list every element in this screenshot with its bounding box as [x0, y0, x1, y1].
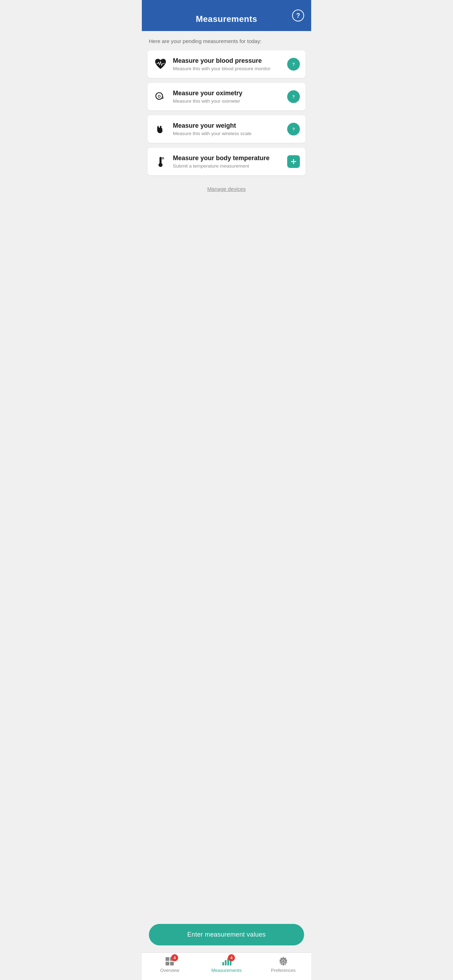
weight-title: Measure your weight: [173, 122, 282, 129]
svg-text:?: ?: [292, 127, 295, 131]
content-spacer: [148, 199, 305, 913]
svg-text:?: ?: [292, 94, 295, 99]
svg-text:O: O: [158, 95, 161, 99]
page-title: Measurements: [196, 14, 257, 24]
measurement-card-weight[interactable]: Measure your weight Measure this with yo…: [148, 115, 305, 143]
nav-item-overview[interactable]: 4 Overview: [156, 956, 184, 973]
svg-rect-20: [225, 960, 227, 966]
manage-devices-link-wrap: Manage devices: [148, 186, 305, 192]
svg-text:2: 2: [162, 96, 164, 99]
thermometer-icon: [153, 154, 168, 169]
blood-pressure-text: Measure your blood pressure Measure this…: [173, 57, 282, 71]
svg-point-10: [158, 163, 162, 167]
weight-text: Measure your weight Measure this with yo…: [173, 122, 282, 136]
nav-item-measurements[interactable]: 4 Measurements: [211, 956, 242, 973]
heart-pulse-icon: [153, 57, 168, 72]
svg-point-23: [282, 960, 285, 963]
blood-pressure-help-button[interactable]: ?: [287, 58, 300, 70]
header-help-button[interactable]: ?: [292, 10, 304, 22]
svg-point-11: [162, 158, 164, 159]
oximetry-title: Measure your oximetry: [173, 90, 282, 97]
gear-icon: [278, 956, 288, 966]
svg-rect-9: [159, 157, 162, 164]
measurements-icon: 4: [222, 956, 231, 966]
page-subtitle: Here are your pending measurements for t…: [148, 38, 305, 44]
nav-item-preferences[interactable]: Preferences: [269, 956, 297, 973]
svg-text:?: ?: [292, 62, 295, 66]
blood-pressure-title: Measure your blood pressure: [173, 57, 282, 65]
foot-icon: [153, 122, 168, 137]
measurements-label: Measurements: [211, 968, 242, 973]
overview-badge: 4: [171, 954, 178, 961]
bottom-navigation: 4 Overview 4 Measurements Preferences: [142, 953, 311, 980]
enter-measurement-button[interactable]: Enter measurement values: [149, 924, 304, 945]
measurement-card-oximetry[interactable]: O 2 Measure your oximetry Measure this w…: [148, 83, 305, 110]
measurement-card-temperature[interactable]: Measure your body temperature Submit a t…: [148, 148, 305, 175]
enter-button-wrap: Enter measurement values: [142, 920, 311, 953]
temperature-text: Measure your body temperature Submit a t…: [173, 154, 282, 169]
overview-icon: 4: [165, 956, 175, 966]
temperature-title: Measure your body temperature: [173, 154, 282, 162]
oximetry-help-button[interactable]: ?: [287, 90, 300, 103]
temperature-subtitle: Submit a temperature measurement: [173, 163, 282, 169]
app-header: Measurements ?: [142, 0, 311, 31]
temperature-add-button[interactable]: [287, 155, 300, 168]
oximetry-text: Measure your oximetry Measure this with …: [173, 90, 282, 104]
manage-devices-link[interactable]: Manage devices: [207, 186, 246, 192]
main-content: Here are your pending measurements for t…: [142, 31, 311, 920]
svg-rect-17: [165, 962, 169, 966]
svg-rect-18: [170, 962, 174, 966]
preferences-label: Preferences: [271, 968, 296, 973]
svg-rect-19: [222, 962, 224, 965]
oximeter-icon: O 2: [153, 89, 168, 104]
overview-label: Overview: [160, 968, 179, 973]
measurements-badge: 4: [228, 954, 235, 961]
weight-subtitle: Measure this with your wireless scale: [173, 131, 282, 136]
blood-pressure-subtitle: Measure this with your blood pressure mo…: [173, 66, 282, 71]
measurement-card-blood-pressure[interactable]: Measure your blood pressure Measure this…: [148, 51, 305, 78]
svg-rect-15: [165, 957, 169, 961]
weight-help-button[interactable]: ?: [287, 123, 300, 135]
oximetry-subtitle: Measure this with your oximeter: [173, 99, 282, 104]
